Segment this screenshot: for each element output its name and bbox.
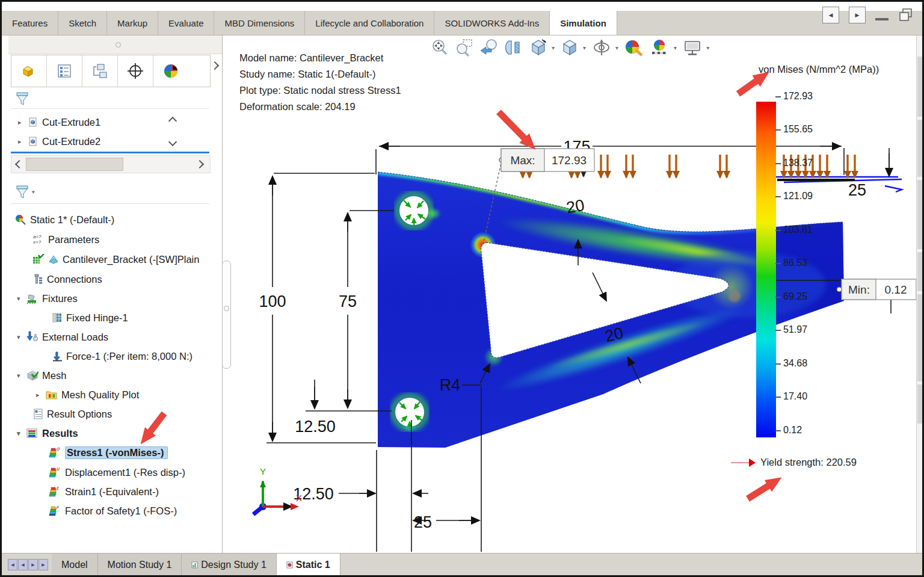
tree-item-label: Fixtures	[42, 293, 78, 304]
pane-back-button[interactable]: ◀	[822, 7, 839, 23]
display-manager-icon[interactable]	[153, 55, 188, 87]
min-callout[interactable]: Min: 0.12	[837, 279, 916, 300]
collapse-icon[interactable]: ▾	[17, 295, 23, 303]
fos-plot-icon: F	[48, 505, 61, 517]
tab-model[interactable]: Model	[52, 554, 98, 576]
graphics-area[interactable]: Model name: Cantilever_Bracket Study nam…	[223, 35, 916, 553]
panel-grip[interactable]	[8, 35, 222, 54]
feature-tree-icon[interactable]	[47, 55, 82, 87]
scroll-left-icon[interactable]	[15, 160, 23, 168]
cut-extrude-icon	[28, 136, 38, 147]
legend-value: 155.65	[783, 124, 831, 135]
tab-scroll-last-icon[interactable]: ▶	[38, 559, 48, 570]
dim-hole-spacing: 75	[339, 292, 357, 310]
tree-item-displacement1[interactable]: u Displacement1 (-Res disp-)	[48, 464, 185, 481]
tree-item-parameters[interactable]: a=?x=? Parameters	[32, 231, 99, 248]
tree-item-label: Connections	[47, 274, 102, 285]
tree-item-mesh-quality[interactable]: ▸ Mesh Quality Plot	[36, 386, 139, 403]
tree-item-results[interactable]: ▾ Results	[17, 425, 78, 442]
part-manager-icon[interactable]	[11, 55, 47, 87]
static-study-tab-icon	[286, 561, 293, 569]
expand-icon[interactable]: ▸	[18, 119, 24, 126]
svg-text:ε: ε	[57, 486, 60, 491]
filter-funnel-icon[interactable]	[16, 91, 30, 106]
collapse-icon[interactable]: ▾	[17, 430, 23, 437]
flyout-expand-icon[interactable]	[211, 61, 219, 70]
minimize-button[interactable]	[875, 18, 889, 20]
min-value: 0.12	[885, 283, 907, 296]
dimxpert-manager-icon[interactable]	[118, 55, 153, 87]
task-pane-strip[interactable]	[916, 35, 923, 553]
tree-item-fixed-hinge[interactable]: Fixed Hinge-1	[52, 309, 128, 326]
tree-item-label: Force-1 (:Per item: 8,000 N:)	[66, 351, 192, 362]
tab-simulation[interactable]: Simulation	[550, 11, 617, 35]
mesh-check-icon	[32, 254, 45, 265]
tab-scroll-first-icon[interactable]: ◀	[8, 559, 17, 570]
restore-button[interactable]	[898, 7, 914, 23]
tab-evaluate[interactable]: Evaluate	[158, 11, 214, 35]
svg-text:σ: σ	[57, 446, 60, 452]
tree-item-cut-extrude1[interactable]: ▸ Cut-Extrude1	[18, 114, 100, 131]
tree-item-connections[interactable]: Connections	[32, 271, 102, 288]
tab-solidworks-addins[interactable]: SOLIDWORKS Add-Ins	[434, 11, 550, 35]
tree-item-label: Cut-Extrude1	[42, 117, 100, 128]
tab-static-1[interactable]: Static 1	[277, 554, 340, 576]
fixed-hinge-icon	[52, 312, 63, 323]
legend-color-bar	[756, 102, 776, 437]
tab-design-study[interactable]: Design Study 1	[182, 554, 277, 576]
parameters-icon: a=?x=?	[32, 233, 45, 245]
result-options-icon	[32, 409, 43, 419]
scroll-right-icon[interactable]	[196, 160, 204, 168]
tree-item-fixtures[interactable]: ▾ Fixtures	[17, 290, 78, 307]
tree-item-label: Fixed Hinge-1	[66, 312, 128, 324]
tab-motion-study[interactable]: Motion Study 1	[98, 554, 182, 576]
triad-y-label: Y	[260, 466, 266, 477]
tab-scroll-next-icon[interactable]: ▶	[28, 559, 38, 570]
expand-icon[interactable]: ▸	[36, 391, 42, 399]
tree-item-result-options[interactable]: Result Options	[32, 406, 112, 422]
tree-item-external-loads[interactable]: ▾ External Loads	[17, 329, 108, 345]
tree-item-label: Mesh Quality Plot	[61, 389, 139, 401]
tree-item-part[interactable]: Cantilever_Bracket (-[SW]Plain	[32, 251, 199, 268]
tab-mbd-dimensions[interactable]: MBD Dimensions	[214, 11, 305, 35]
tab-features[interactable]: Features	[2, 11, 58, 35]
static-study-icon	[14, 214, 26, 226]
expand-icon[interactable]: ▸	[18, 138, 24, 146]
bracket-model[interactable]	[378, 172, 847, 448]
tree-item-label: Stress1 (-vonMises-)	[65, 446, 168, 459]
svg-text:F: F	[57, 505, 60, 510]
filter-funnel-icon[interactable]	[16, 184, 30, 200]
legend-value: 86.53	[783, 258, 831, 268]
feature-filter-row	[11, 88, 209, 109]
tab-lifecycle-collaboration[interactable]: Lifecycle and Collaboration	[305, 11, 434, 35]
tree-item-force[interactable]: Force-1 (:Per item: 8,000 N:)	[52, 348, 192, 365]
tab-scroll-prev-icon[interactable]: ◀	[18, 559, 28, 570]
collapse-icon[interactable]: ▾	[17, 333, 23, 341]
legend-title: von Mises (N/mm^2 (MPa))	[759, 64, 879, 75]
tree-scroll-up-icon[interactable]	[168, 117, 177, 125]
pane-forward-button[interactable]: ▶	[849, 7, 866, 23]
tree-h-scrollbar[interactable]	[11, 155, 211, 173]
tree-item-label: Static 1* (-Default-)	[30, 214, 114, 226]
collapse-icon[interactable]: ▾	[17, 372, 23, 380]
tree-item-cut-extrude2[interactable]: ▸ Cut-Extrude2	[18, 133, 100, 150]
tree-item-fos1[interactable]: F Factor of Safety1 (-FOS-)	[48, 502, 177, 519]
solidworks-window: Features Sketch Markup Evaluate MBD Dime…	[0, 0, 924, 577]
filter-dropdown-icon[interactable]: ▾	[32, 189, 35, 195]
configuration-manager-icon[interactable]	[82, 55, 118, 87]
panel-splitter[interactable]	[222, 261, 231, 369]
scroll-thumb[interactable]	[26, 158, 123, 171]
tree-divider	[11, 152, 209, 153]
tree-item-mesh[interactable]: ▾ Mesh	[17, 367, 66, 384]
strain-plot-icon: ε	[48, 486, 61, 498]
tree-item-stress1[interactable]: σ Stress1 (-vonMises-)	[48, 444, 168, 461]
legend-value: 17.40	[783, 391, 831, 402]
tree-item-study[interactable]: Static 1* (-Default-)	[14, 211, 114, 228]
legend-value: 69.25	[783, 291, 831, 302]
tree-item-strain1[interactable]: ε Strain1 (-Equivalent-)	[48, 483, 159, 500]
tab-markup[interactable]: Markup	[107, 11, 158, 35]
legend-value: 121.09	[783, 191, 831, 202]
tab-sketch[interactable]: Sketch	[58, 11, 107, 35]
tree-scroll-down-icon[interactable]	[168, 138, 177, 146]
dim-hole-edge-offset: 12.50	[295, 418, 336, 436]
